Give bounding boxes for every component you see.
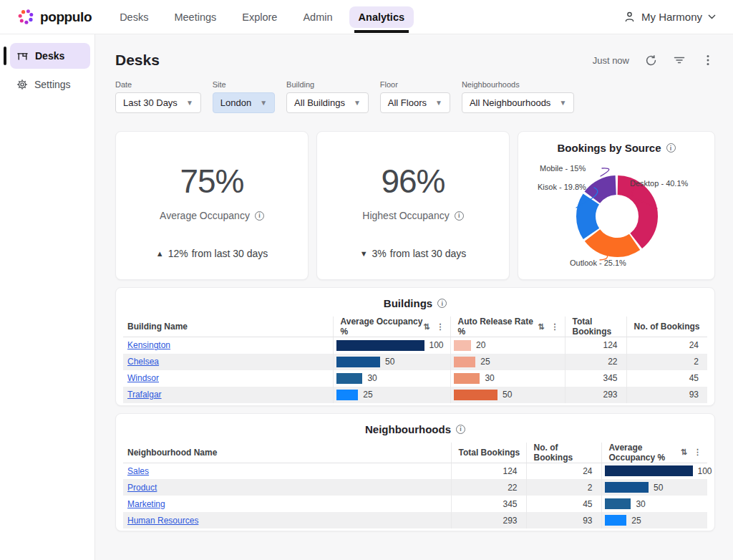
table-row: Sales12424100 <box>123 463 707 479</box>
table-row: Human Resources2939325 <box>123 512 707 528</box>
info-icon[interactable]: i <box>255 211 264 221</box>
filter-neighbourhoods: Neighbourhoods All Neighbourhoods▼ <box>462 80 574 113</box>
trend-up-icon: ▲ <box>156 249 164 258</box>
building-name-cell: Kensington <box>123 337 333 354</box>
page-title: Desks <box>115 52 160 69</box>
kpi-trend: ▼ 3% from last 30 days <box>360 248 467 259</box>
column-header-total-bookings: Total Bookings <box>451 443 526 463</box>
building-link[interactable]: Windsor <box>127 373 159 383</box>
filter-label: Building <box>286 80 369 89</box>
sort-icon[interactable]: ⇅ <box>681 448 687 457</box>
filter-site: Site London▼ <box>213 80 275 113</box>
buildings-table: Building Name Average Occupancy % ⇅⋮ Aut… <box>123 317 707 403</box>
chevron-down-icon <box>708 14 716 19</box>
slice-label-kisok: Kisok - 19.8% <box>538 183 586 191</box>
neighbourhoods-select[interactable]: All Neighbourhoods▼ <box>462 92 574 113</box>
info-icon[interactable]: i <box>456 425 465 434</box>
info-icon[interactable]: i <box>437 299 447 308</box>
sort-icon[interactable]: ⇅ <box>423 322 429 332</box>
slice-label-mobile: Mobile - 15% <box>540 164 586 173</box>
nav-item-meetings[interactable]: Meetings <box>165 6 225 28</box>
selected-value: London <box>220 97 251 108</box>
occupancy-value: 100 <box>698 466 712 476</box>
neighbourhood-link[interactable]: Product <box>127 483 157 493</box>
more-options-icon[interactable] <box>701 53 715 67</box>
trend-down-icon: ▼ <box>360 249 368 258</box>
column-menu-icon[interactable]: ⋮ <box>437 322 445 332</box>
table-title: Neighbourhoods <box>365 423 451 435</box>
occupancy-value: 100 <box>429 340 444 350</box>
info-icon[interactable]: i <box>455 211 464 221</box>
occupancy-bar <box>336 373 363 384</box>
neighbourhood-link[interactable]: Human Resources <box>127 516 198 526</box>
bookings-by-source-card: Bookings by Source i Mobile - 15% Kisok … <box>518 131 715 280</box>
refresh-icon[interactable] <box>644 53 658 67</box>
neighbourhood-link[interactable]: Marketing <box>127 499 165 509</box>
column-menu-icon[interactable]: ⋮ <box>694 448 702 457</box>
sidebar-item-label: Desks <box>35 50 64 62</box>
site-select[interactable]: London▼ <box>213 92 275 113</box>
release-bar <box>454 357 476 367</box>
kpi-card-average-occupancy: 75% Average Occupancy i ▲ 12% from last … <box>115 131 309 280</box>
total-bookings-cell: 124 <box>565 337 626 354</box>
neighbourhood-name-cell: Sales <box>123 463 451 479</box>
brand-wordmark: poppulo <box>40 9 92 25</box>
account-menu[interactable]: My Harmony <box>623 11 716 23</box>
chevron-down-icon: ▼ <box>354 99 361 107</box>
column-header-average-occupancy: Average Occupancy % ⇅⋮ <box>333 317 450 337</box>
slice-label-desktop: Desktop - 40.1% <box>630 179 688 188</box>
poppulo-logo-icon <box>17 8 35 26</box>
total-bookings-cell: 22 <box>565 354 626 370</box>
column-header-average-occupancy: Average Occupancy % ⇅⋮ <box>601 443 707 463</box>
filter-label: Date <box>115 80 201 89</box>
selected-value: All Floors <box>388 97 427 108</box>
top-navigation: poppulo Desks Meetings Explore Admin Ana… <box>0 0 733 34</box>
table-row: Chelsea5025222 <box>123 354 707 370</box>
auto-release-cell: 25 <box>450 354 565 370</box>
leader-line-mobile <box>601 168 609 176</box>
sort-icon[interactable]: ⇅ <box>538 322 544 332</box>
trend-delta: 3% <box>372 248 387 259</box>
sidebar-item-desks[interactable]: Desks <box>10 43 90 69</box>
main-content: Desks Just now <box>95 34 733 560</box>
kpi-card-highest-occupancy: 96% Highest Occupancy i ▼ 3% from last 3… <box>316 131 510 280</box>
filter-icon[interactable] <box>672 53 686 67</box>
date-select[interactable]: Last 30 Days▼ <box>115 92 201 113</box>
neighbourhood-link[interactable]: Sales <box>127 466 149 476</box>
primary-nav: Desks Meetings Explore Admin Analytics <box>110 6 414 28</box>
release-value: 50 <box>503 390 512 400</box>
table-row: Kensington1002012424 <box>123 337 707 354</box>
account-label: My Harmony <box>641 11 702 23</box>
building-link[interactable]: Trafalgar <box>127 390 162 400</box>
last-refreshed-label: Just now <box>593 55 629 66</box>
nav-item-explore[interactable]: Explore <box>233 6 286 28</box>
filter-bar: Date Last 30 Days▼ Site London▼ Building… <box>115 80 715 113</box>
building-link[interactable]: Kensington <box>127 340 170 350</box>
building-name-cell: Chelsea <box>123 354 333 370</box>
avg-occupancy-cell: 25 <box>601 512 707 528</box>
floor-select[interactable]: All Floors▼ <box>380 92 450 113</box>
filter-label: Neighbourhoods <box>462 80 574 89</box>
active-indicator <box>4 47 6 65</box>
occupancy-bar <box>605 498 631 509</box>
avg-occupancy-cell: 50 <box>333 354 450 370</box>
sidebar-item-label: Settings <box>34 79 71 90</box>
column-header-building-name: Building Name <box>123 317 333 337</box>
building-link[interactable]: Chelsea <box>127 357 159 367</box>
release-bar <box>454 340 472 351</box>
buildings-table-card: Buildings i Building Name Average Occupa… <box>115 287 715 406</box>
no-of-bookings-cell: 45 <box>626 370 707 387</box>
column-menu-icon[interactable]: ⋮ <box>551 322 559 332</box>
nav-item-analytics[interactable]: Analytics <box>349 6 414 28</box>
sidebar: Desks Settings <box>0 34 95 560</box>
sidebar-item-settings[interactable]: Settings <box>10 72 90 97</box>
nav-item-admin[interactable]: Admin <box>293 6 341 28</box>
selected-value: All Buildings <box>294 97 345 108</box>
brand[interactable]: poppulo <box>17 8 92 26</box>
release-value: 20 <box>476 340 485 350</box>
table-row: Product22250 <box>123 479 707 496</box>
selected-value: All Neighbourhoods <box>470 97 550 108</box>
nav-item-desks[interactable]: Desks <box>110 6 157 28</box>
table-title: Buildings <box>384 297 432 309</box>
building-select[interactable]: All Buildings▼ <box>286 92 369 113</box>
